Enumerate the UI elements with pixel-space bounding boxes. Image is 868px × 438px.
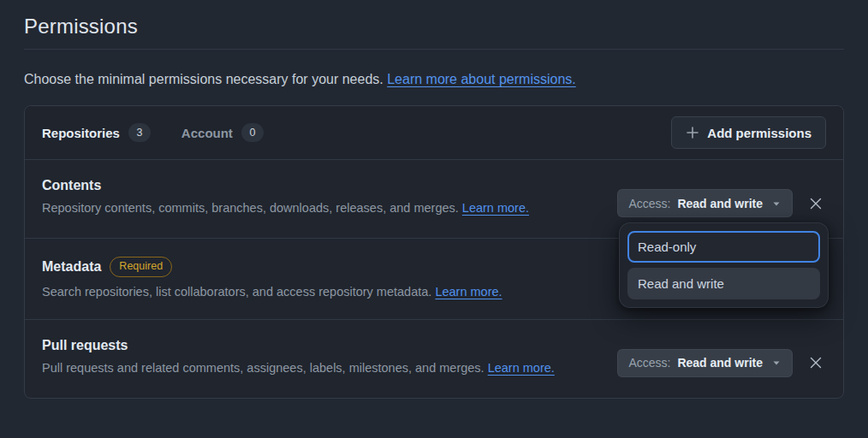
pull-requests-access-label: Access: xyxy=(628,356,670,370)
pull-requests-access-dropdown-button[interactable]: Access: Read and write xyxy=(617,349,793,377)
access-option-read-and-write[interactable]: Read and write xyxy=(627,268,820,299)
permission-row-pull-requests: Pull requests Pull requests and related … xyxy=(25,320,843,398)
page-title: Permissions xyxy=(24,0,844,50)
permission-row-contents: Contents Repository contents, commits, b… xyxy=(25,160,843,239)
permission-metadata-info: Metadata Required Search repositories, l… xyxy=(42,257,502,299)
permission-contents-info: Contents Repository contents, commits, b… xyxy=(42,178,529,215)
access-dropdown-menu: Read-only Read and write xyxy=(619,222,829,308)
close-icon xyxy=(809,356,823,370)
permission-contents-desc-text: Repository contents, commits, branches, … xyxy=(42,201,462,215)
tab-repositories-label: Repositories xyxy=(42,126,120,140)
permissions-card-header: Repositories 3 Account 0 Add permissions xyxy=(25,106,843,160)
close-icon xyxy=(809,197,823,210)
contents-access-value: Read and write xyxy=(677,197,763,210)
permission-metadata-desc-text: Search repositories, list collaborators,… xyxy=(42,285,435,299)
add-permissions-button[interactable]: Add permissions xyxy=(671,116,826,149)
tab-repositories-count-badge: 3 xyxy=(128,123,151,142)
contents-remove-button[interactable] xyxy=(806,193,826,214)
contents-access-label: Access: xyxy=(628,197,670,210)
permission-contents-actions: Access: Read and write xyxy=(617,189,826,217)
permission-pull-requests-title: Pull requests xyxy=(42,338,128,353)
tab-account-count-badge: 0 xyxy=(241,123,264,142)
permission-pull-requests-desc-text: Pull requests and related comments, assi… xyxy=(42,361,488,375)
permission-pull-requests-description: Pull requests and related comments, assi… xyxy=(42,361,555,375)
tab-bar: Repositories 3 Account 0 xyxy=(42,123,264,142)
tab-account[interactable]: Account 0 xyxy=(181,123,264,142)
permission-contents-title: Contents xyxy=(42,178,101,193)
pull-requests-access-value: Read and write xyxy=(677,356,763,370)
permissions-page: Permissions Choose the minimal permissio… xyxy=(0,0,868,399)
access-option-read-only[interactable]: Read-only xyxy=(627,231,820,263)
contents-access-dropdown-button[interactable]: Access: Read and write xyxy=(617,189,793,217)
permission-contents-description: Repository contents, commits, branches, … xyxy=(42,201,529,215)
required-badge: Required xyxy=(110,257,172,277)
chevron-down-icon xyxy=(771,358,782,368)
tab-repositories[interactable]: Repositories 3 xyxy=(42,123,151,142)
learn-more-permissions-link[interactable]: Learn more about permissions. xyxy=(387,72,576,86)
permission-metadata-learn-more-link[interactable]: Learn more. xyxy=(435,285,502,299)
pull-requests-remove-button[interactable] xyxy=(806,352,826,373)
chevron-down-icon xyxy=(771,198,782,209)
tab-account-label: Account xyxy=(181,126,233,140)
plus-icon xyxy=(686,126,699,139)
permission-contents-learn-more-link[interactable]: Learn more. xyxy=(462,201,529,215)
permission-metadata-title: Metadata xyxy=(42,259,101,275)
intro-text: Choose the minimal permissions necessary… xyxy=(24,72,844,87)
permission-pull-requests-info: Pull requests Pull requests and related … xyxy=(42,338,555,375)
add-permissions-label: Add permissions xyxy=(707,126,812,140)
permissions-card: Repositories 3 Account 0 Add permissions… xyxy=(24,105,844,399)
permission-pull-requests-learn-more-link[interactable]: Learn more. xyxy=(488,361,555,375)
intro-text-span: Choose the minimal permissions necessary… xyxy=(24,72,387,86)
permission-metadata-description: Search repositories, list collaborators,… xyxy=(42,285,502,299)
permission-pull-requests-actions: Access: Read and write xyxy=(617,349,826,377)
